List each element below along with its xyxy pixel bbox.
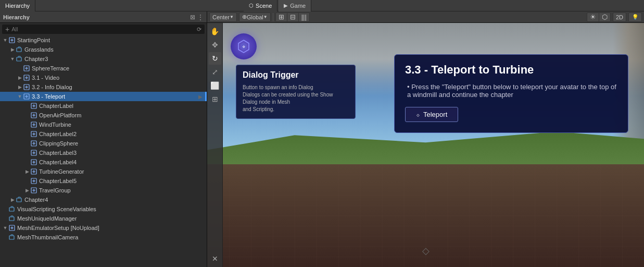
transform-tool[interactable]: ⊞: [209, 93, 221, 105]
prefab-icon: [8, 37, 16, 44]
hierarchy-item-wind-turbine[interactable]: WindTurbine: [0, 120, 207, 129]
cube-icon: [16, 55, 23, 63]
prefab-icon: [30, 130, 37, 138]
grid-toggle[interactable]: ⊞: [276, 13, 287, 21]
rotate-tool[interactable]: ↻: [209, 52, 221, 65]
item-label: WindTurbine: [39, 122, 207, 128]
hierarchy-item-chapter-label[interactable]: ChapterLabel: [0, 101, 207, 111]
hierarchy-item-3-3-teleport[interactable]: ▼3.3 - Teleport▶: [0, 92, 207, 101]
globe-icon: ⊕: [242, 14, 247, 20]
item-label: OpenAirPlatform: [39, 112, 207, 118]
teleport-dialog-title: 3.3 - Teleport to Turbine: [405, 63, 617, 77]
cube-icon: [16, 46, 23, 53]
search-input[interactable]: [11, 26, 195, 32]
add-icon[interactable]: +: [5, 25, 9, 33]
gizmo-toggle[interactable]: ⊟: [287, 13, 299, 21]
center-button[interactable]: Center ▼: [210, 13, 236, 21]
right-expand-arrow: ▶: [198, 94, 203, 100]
item-label: 3.1 - Video: [32, 75, 207, 81]
hierarchy-item-mesh-thumbnail[interactable]: MeshThumbnailCamera: [0, 233, 207, 242]
prefab-icon: [23, 74, 30, 81]
move-tool[interactable]: ✥: [209, 39, 221, 51]
lock-icon[interactable]: ⊠: [190, 14, 195, 21]
scale-tool[interactable]: ⤢: [209, 66, 221, 78]
hierarchy-item-turbine-generator[interactable]: ▶TurbineGenerator: [0, 167, 207, 176]
cube-icon: [8, 215, 16, 222]
prefab-icon: [30, 168, 37, 175]
hierarchy-item-chapter-label5[interactable]: ChapterLabel5: [0, 176, 207, 186]
prefab-icon: [30, 149, 37, 156]
menu-icon[interactable]: ⋮: [197, 14, 204, 21]
lighting-toggle[interactable]: ☀: [587, 13, 599, 21]
vr-icon: ⬦: [231, 33, 257, 59]
hierarchy-item-chapter4[interactable]: ▶Chapter4: [0, 195, 207, 204]
cube-icon: [16, 196, 23, 203]
svg-rect-1: [17, 48, 21, 52]
hierarchy-item-sphere-terrace[interactable]: SphereTerrace: [0, 64, 207, 73]
hierarchy-tab-label: Hierarchy: [5, 3, 30, 9]
item-label: TurbineGenerator: [39, 168, 207, 175]
hand-tool[interactable]: ✋: [209, 25, 221, 38]
teleport-dialog-body: • Press the "Teleport" button below to t…: [405, 83, 617, 99]
teleport-dialog-card: 3.3 - Teleport to Turbine • Press the "T…: [394, 54, 628, 133]
refresh-icon[interactable]: ⟳: [197, 26, 201, 33]
view-group[interactable]: ☀ ⬡: [587, 13, 611, 22]
svg-rect-18: [9, 208, 14, 211]
rect-tool[interactable]: ⬜: [209, 79, 221, 92]
scene-tab-icon: ⬡: [249, 3, 254, 8]
hierarchy-item-mesh-emulator[interactable]: ▼MeshEmulatorSetup [NoUpload]: [0, 223, 207, 233]
item-label: StartingPoint: [17, 37, 207, 43]
scene-controls-group[interactable]: ⊞ ⊟ |||: [275, 13, 310, 22]
global-button[interactable]: ⊕ Global ▼: [239, 13, 270, 21]
hierarchy-item-clipping-sphere[interactable]: ClippingSphere: [0, 139, 207, 148]
hierarchy-list: ▼StartingPoint▶Grasslands▼Chapter3Sphere…: [0, 35, 207, 267]
prefab-icon: [30, 102, 37, 110]
item-label: ChapterLabel: [39, 103, 207, 109]
expand-arrow: ▶: [17, 84, 23, 90]
prefab-icon: [23, 65, 30, 72]
global-group[interactable]: ⊕ Global ▼: [239, 13, 271, 22]
item-label: ChapterLabel2: [39, 131, 207, 137]
svg-rect-2: [17, 57, 21, 61]
hierarchy-item-starting-point[interactable]: ▼StartingPoint: [0, 35, 207, 45]
2d-button[interactable]: 2D: [613, 13, 626, 21]
main-content: Hierarchy ⊠ ⋮ + ⟳ ▼StartingPoint▶Grassla…: [0, 11, 644, 267]
global-label: Global: [247, 14, 263, 20]
hierarchy-item-chapter-label4[interactable]: ChapterLabel4: [0, 157, 207, 167]
scene-view-area: Center ▼ ⊕ Global ▼ ⊞ ⊟ ||| ☀ ⬡: [207, 11, 644, 267]
extra-tool[interactable]: ✕: [209, 252, 221, 265]
item-label: SphereTerrace: [32, 65, 207, 71]
hierarchy-item-chapter-label3[interactable]: ChapterLabel3: [0, 148, 207, 157]
teleport-button-label: Teleport: [423, 111, 447, 118]
hierarchy-item-3-1-video[interactable]: ▶3.1 - Video: [0, 73, 207, 82]
tab-hierarchy[interactable]: Hierarchy: [0, 0, 35, 11]
2d-group[interactable]: 2D: [613, 13, 626, 22]
prefab-icon: [30, 159, 37, 166]
search-bar[interactable]: + ⟳: [2, 25, 205, 34]
center-label: Center: [212, 14, 230, 20]
tab-game[interactable]: ▶ Game: [279, 0, 311, 11]
light-button[interactable]: 💡: [628, 13, 642, 22]
svg-rect-17: [17, 198, 21, 202]
hierarchy-item-visual-scripting[interactable]: VisualScripting SceneVariables: [0, 204, 207, 214]
scene-tab-label: Scene: [256, 3, 272, 9]
teleport-button[interactable]: ⬦ Teleport: [405, 107, 458, 122]
visibility-toggle[interactable]: |||: [299, 13, 309, 21]
svg-rect-21: [9, 236, 14, 239]
hierarchy-item-grasslands[interactable]: ▶Grasslands: [0, 45, 207, 54]
lightbulb-icon: 💡: [632, 14, 638, 20]
hierarchy-item-chapter3[interactable]: ▼Chapter3: [0, 54, 207, 64]
hierarchy-item-chapter-label2[interactable]: ChapterLabel2: [0, 129, 207, 139]
hierarchy-header-icons: ⊠ ⋮: [190, 14, 204, 21]
item-label: VisualScripting SceneVariables: [17, 206, 207, 212]
chevron-down-icon: ▼: [230, 15, 234, 19]
tab-scene[interactable]: ⬡ Scene: [244, 0, 277, 11]
hierarchy-item-mesh-unique-id[interactable]: MeshUniqueIdManager: [0, 214, 207, 223]
hierarchy-item-open-air-platform[interactable]: OpenAirPlatform: [0, 111, 207, 120]
prefab-icon: [8, 224, 16, 232]
hierarchy-item-3-2-info-dialog[interactable]: ▶3.2 - Info Dialog: [0, 82, 207, 92]
skybox-toggle[interactable]: ⬡: [599, 13, 610, 21]
dialog-trigger-title: Dialog Trigger: [243, 70, 349, 80]
hierarchy-item-travel-group[interactable]: ▶TravelGroup: [0, 186, 207, 195]
center-group[interactable]: Center ▼: [209, 13, 237, 22]
